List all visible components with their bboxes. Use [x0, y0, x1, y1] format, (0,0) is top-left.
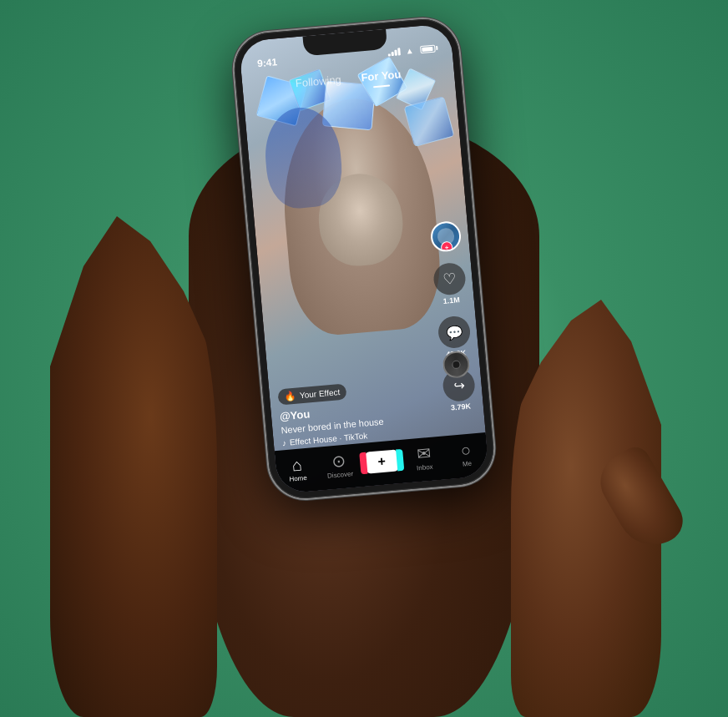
wifi-icon: ▲ [405, 45, 414, 55]
signal-bar-4 [397, 48, 401, 55]
discover-label: Discover [327, 470, 354, 480]
discover-icon: ⊙ [331, 452, 347, 469]
like-count: 1.1M [442, 295, 460, 305]
signal-bar-3 [394, 49, 397, 55]
inbox-label: Inbox [417, 462, 433, 472]
follow-plus-icon: + [441, 241, 453, 253]
phone: 9:41 ▲ [231, 16, 497, 501]
comment-icon: 💬 [445, 324, 463, 341]
share-count: 3.79K [451, 402, 472, 412]
signal-bar-2 [392, 51, 394, 55]
signal-bar-1 [388, 53, 391, 56]
me-label: Me [462, 459, 472, 467]
me-icon: ○ [460, 441, 472, 458]
plus-icon: + [377, 454, 387, 470]
nav-me[interactable]: ○ Me [444, 440, 488, 469]
effect-emoji: 🔥 [284, 391, 296, 402]
nav-home[interactable]: ⌂ Home [275, 454, 319, 483]
tab-foryou[interactable]: For You [361, 64, 402, 87]
nav-create[interactable]: + [360, 449, 404, 474]
share-icon: ↪ [452, 377, 465, 394]
home-icon: ⌂ [291, 456, 303, 473]
phone-wrapper: 9:41 ▲ [231, 16, 497, 501]
scene: 9:41 ▲ [0, 0, 728, 717]
create-plus-button[interactable]: + [364, 449, 399, 473]
home-label: Home [289, 473, 307, 482]
status-time: 9:41 [257, 56, 278, 69]
creator-avatar: + [430, 220, 463, 253]
battery-fill [422, 46, 432, 51]
tab-following[interactable]: Following [295, 70, 342, 93]
status-icons: ▲ [387, 43, 436, 57]
comment-icon-circle: 💬 [437, 315, 471, 349]
heart-icon: ♡ [442, 270, 458, 289]
nav-discover[interactable]: ⊙ Discover [317, 451, 361, 480]
inbox-icon: ✉ [416, 444, 432, 462]
like-action[interactable]: ♡ 1.1M [432, 262, 468, 306]
creator-avatar-item[interactable]: + [430, 220, 463, 253]
music-note-icon: ♪ [281, 438, 286, 447]
signal-bars [387, 48, 401, 56]
music-disc-inner [452, 360, 461, 369]
phone-screen: 9:41 ▲ [239, 23, 489, 494]
like-icon-circle: ♡ [432, 262, 467, 296]
battery-icon [420, 44, 436, 53]
nav-inbox[interactable]: ✉ Inbox [402, 443, 446, 472]
effect-text: Your Effect [300, 387, 341, 400]
